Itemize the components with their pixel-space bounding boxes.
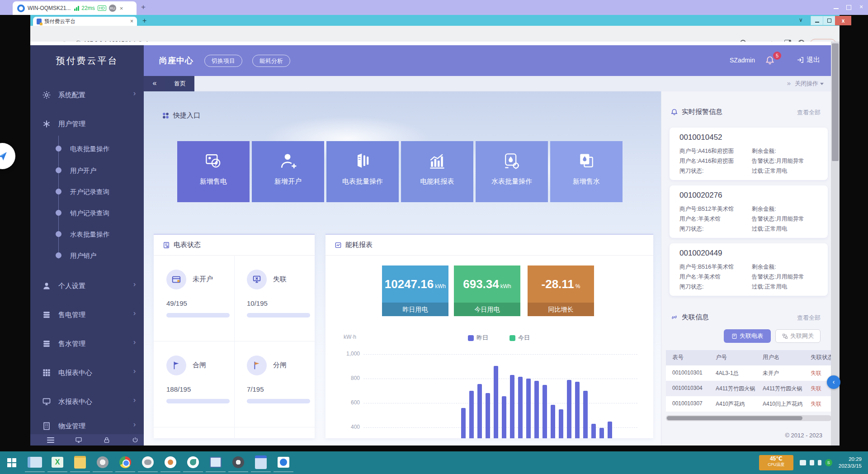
remote-restore-button[interactable] bbox=[844, 4, 854, 11]
col-header: 用户名 bbox=[763, 354, 780, 361]
window-close-button[interactable]: x bbox=[835, 16, 851, 25]
sidebar-item-personal-settings[interactable]: 个人设置‹ bbox=[30, 280, 144, 293]
alarm-card[interactable]: 0010020449 商户号:B516羊美术馆剩余金额: 用户名:羊美术馆告警状… bbox=[670, 243, 828, 296]
sidebar-item-electric-sales[interactable]: 售电管理‹ bbox=[30, 308, 144, 322]
close-tab-icon[interactable]: × bbox=[130, 18, 133, 24]
sidebar-item-water-batch[interactable]: 水表批量操作 bbox=[30, 228, 144, 240]
todesk-float-ball[interactable] bbox=[0, 143, 15, 169]
disconnected-meters-button[interactable]: 失联电表 bbox=[724, 329, 771, 343]
list-icon bbox=[42, 310, 52, 320]
sidebar-item-close-records[interactable]: 销户记录查询 bbox=[30, 207, 144, 219]
tile-new-electric-sale[interactable]: 新增售电 bbox=[177, 141, 250, 202]
lock-icon[interactable] bbox=[103, 436, 111, 444]
alarm-card[interactable]: 0010010452 商户号:A416和府捞面剩余金额: 用户名:A416和府捞… bbox=[670, 128, 828, 180]
menu-collapse-icon[interactable] bbox=[47, 436, 54, 444]
window-minimize-button[interactable] bbox=[811, 16, 823, 25]
sidebar-item-electric-reports[interactable]: 电报表中心‹ bbox=[30, 366, 144, 380]
sidebar-item-user-close[interactable]: 用户销户 bbox=[30, 250, 144, 261]
switch-project-button[interactable]: 切换项目 bbox=[204, 55, 242, 67]
quick-entry-icon bbox=[162, 112, 170, 119]
legend-swatch bbox=[509, 335, 515, 341]
new-tab-icon[interactable]: + bbox=[142, 17, 146, 25]
sidebar-item-system-config[interactable]: 系统配置‹ bbox=[30, 89, 144, 102]
sidebar-item-user-open[interactable]: 用户开户 bbox=[30, 165, 144, 176]
taskbar-icon-chrome[interactable] bbox=[115, 453, 135, 472]
tray-flag-icon[interactable] bbox=[800, 460, 806, 465]
taskbar-icon-explorer[interactable] bbox=[25, 453, 45, 472]
y-tick: 600 bbox=[336, 399, 360, 406]
tabs-collapse-button[interactable]: « bbox=[144, 76, 165, 91]
notification-badge[interactable]: 5 bbox=[773, 52, 781, 60]
energy-analysis-button[interactable]: 能耗分析 bbox=[252, 55, 290, 67]
tile-new-account[interactable]: 新增开户 bbox=[252, 141, 324, 202]
logout-button[interactable]: 退出 bbox=[797, 56, 820, 64]
alarm-card[interactable]: 0010020276 商户号:B512羊美术馆剩余金额: 用户名:羊美术馆告警状… bbox=[670, 185, 828, 238]
username-label[interactable]: SZadmin bbox=[730, 57, 755, 64]
taskbar-icon-browser-grey[interactable] bbox=[93, 453, 113, 472]
taskbar-clock[interactable]: 20:29 2023/3/15 bbox=[839, 456, 862, 469]
legend-today[interactable]: 今日 bbox=[509, 334, 530, 342]
table-row[interactable]: 00100103014AL3-1总未开户失联 bbox=[666, 365, 831, 381]
tile-water-batch[interactable]: 水表批量操作 bbox=[476, 141, 548, 202]
remote-close-button[interactable]: × bbox=[856, 3, 866, 10]
disconnected-gateways-button[interactable]: 失联网关 bbox=[775, 329, 821, 343]
taskbar-icon-folder[interactable] bbox=[70, 453, 90, 472]
bar bbox=[461, 408, 466, 438]
taskbar-icon-xshell[interactable]: X bbox=[47, 453, 67, 472]
status-cell-open-switch: 分闸 7/195 bbox=[234, 341, 315, 427]
tile-meter-batch[interactable]: 电表批量操作 bbox=[326, 141, 399, 202]
right-panel: 实时报警信息 查看全部 0010010452 商户号:A416和府捞面剩余金额:… bbox=[661, 91, 831, 446]
close-session-icon[interactable]: × bbox=[120, 5, 123, 12]
line-chart-icon bbox=[335, 242, 342, 249]
taskbar-icon-todesk[interactable] bbox=[274, 453, 293, 472]
new-session-icon[interactable]: + bbox=[141, 3, 146, 12]
bar bbox=[518, 377, 523, 438]
remote-minimize-button[interactable] bbox=[831, 3, 841, 10]
tile-energy-report[interactable]: 电能耗报表 bbox=[401, 141, 473, 202]
chevron-icon: ‹ bbox=[133, 397, 136, 405]
tile-new-water-sale[interactable]: 新增售水 bbox=[550, 141, 623, 202]
remote-session-tab[interactable]: WIN-OQMSK21... 22ms HD RU × bbox=[13, 1, 137, 15]
close-operations-dropdown[interactable]: 关闭操作 bbox=[795, 76, 824, 91]
progress-bar bbox=[166, 313, 230, 318]
bar bbox=[477, 384, 482, 438]
power-icon[interactable] bbox=[132, 436, 140, 444]
sidebar-item-user-management[interactable]: 用户管理 bbox=[30, 118, 144, 131]
table-row[interactable]: 0010010304A411芳竹园火锅A411芳竹园火锅失联 bbox=[666, 381, 831, 396]
sidebar-item-meter-batch[interactable]: 电表批量操作 bbox=[30, 143, 144, 155]
panel-toggle-button[interactable]: ‹ bbox=[827, 375, 840, 389]
hd-badge[interactable]: HD bbox=[98, 5, 106, 11]
alarm-view-all-link[interactable]: 查看全部 bbox=[797, 109, 821, 117]
taskbar-icon-paw-app[interactable] bbox=[160, 453, 180, 472]
bar bbox=[608, 422, 612, 439]
taskbar-icon-wechat[interactable] bbox=[138, 453, 158, 472]
start-button[interactable] bbox=[0, 451, 24, 474]
taskbar-icon-window-app-2[interactable] bbox=[251, 453, 271, 472]
tray-security-icon[interactable]: S bbox=[825, 459, 832, 466]
table-horizontal-scrollbar[interactable] bbox=[666, 415, 831, 421]
sidebar-item-property-management[interactable]: 物业管理‹ bbox=[30, 420, 144, 433]
legend-yesterday[interactable]: 昨日 bbox=[468, 334, 488, 342]
table-row[interactable]: 0010010307A410芦花鸡A410闫上芦花鸡失联 bbox=[666, 396, 831, 412]
browser-tab[interactable]: 预付费云平台 × bbox=[33, 17, 137, 26]
tray-volume-icon[interactable] bbox=[818, 460, 821, 465]
tray-network-icon[interactable] bbox=[810, 460, 814, 465]
chevron-icon: ‹ bbox=[133, 421, 136, 429]
monitor-icon[interactable] bbox=[75, 436, 83, 444]
tab-home[interactable]: 首页 bbox=[165, 76, 194, 91]
taskbar-icon-window-app[interactable] bbox=[206, 453, 226, 472]
cpu-temp-badge[interactable]: 45℃ CPU温度 bbox=[759, 455, 793, 470]
sidebar-item-water-sales[interactable]: 售水管理‹ bbox=[30, 337, 144, 351]
ru-badge[interactable]: RU bbox=[109, 5, 116, 12]
taskbar-icon-settings-wheel[interactable] bbox=[228, 453, 248, 472]
sidebar-item-water-reports[interactable]: 水报表中心‹ bbox=[30, 395, 144, 409]
window-chevron-icon[interactable]: ∨ bbox=[799, 17, 803, 23]
app-tab-strip: « 首页 » 关闭操作 bbox=[144, 76, 831, 92]
y-axis-unit: kW·h bbox=[344, 334, 356, 340]
disconnect-view-all-link[interactable]: 查看全部 bbox=[797, 314, 821, 322]
remote-session-title: WIN-OQMSK21... bbox=[28, 5, 71, 11]
taskbar-icon-dragon-app[interactable] bbox=[183, 453, 203, 472]
window-restore-button[interactable] bbox=[823, 16, 835, 25]
tabs-expand-button[interactable]: » bbox=[782, 76, 796, 91]
sidebar-item-open-records[interactable]: 开户记录查询 bbox=[30, 186, 144, 198]
